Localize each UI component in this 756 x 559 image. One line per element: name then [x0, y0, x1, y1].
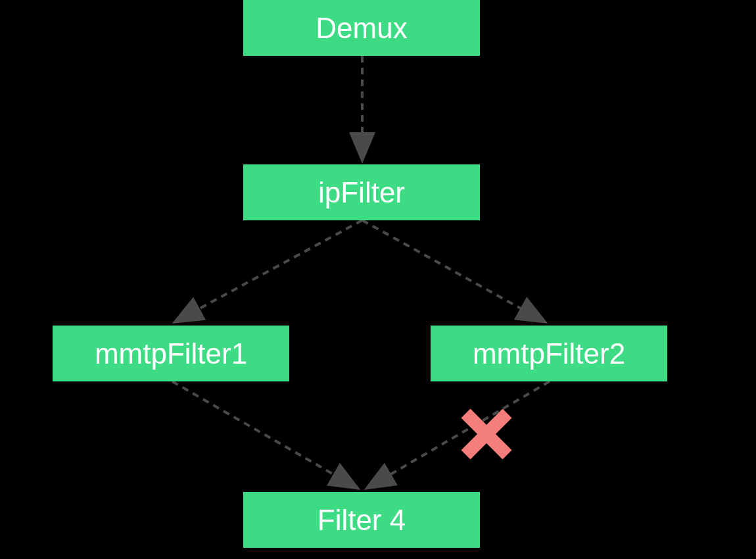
node-mmtpfilter1: mmtpFilter1	[53, 326, 289, 381]
node-ipfilter: ipFilter	[243, 164, 480, 220]
node-mmtpfilter2: mmtpFilter2	[431, 326, 667, 381]
node-mmtpfilter1-label: mmtpFilter1	[95, 337, 247, 370]
node-mmtpfilter2-label: mmtpFilter2	[473, 337, 625, 370]
node-filter4: Filter 4	[243, 492, 480, 548]
cross-icon	[457, 404, 516, 464]
edge-ipfilter-mmtpfilter2	[362, 220, 546, 322]
node-ipfilter-label: ipFilter	[318, 176, 405, 209]
node-demux: Demux	[243, 0, 480, 56]
diagram-container: Demux ipFilter mmtpFilter1 mmtpFilter2 F…	[0, 0, 756, 559]
edge-ipfilter-mmtpfilter1	[174, 220, 362, 322]
node-demux-label: Demux	[316, 12, 407, 45]
edge-mmtpfilter1-filter4	[172, 381, 358, 489]
edges-layer	[0, 0, 756, 559]
node-filter4-label: Filter 4	[318, 504, 406, 537]
